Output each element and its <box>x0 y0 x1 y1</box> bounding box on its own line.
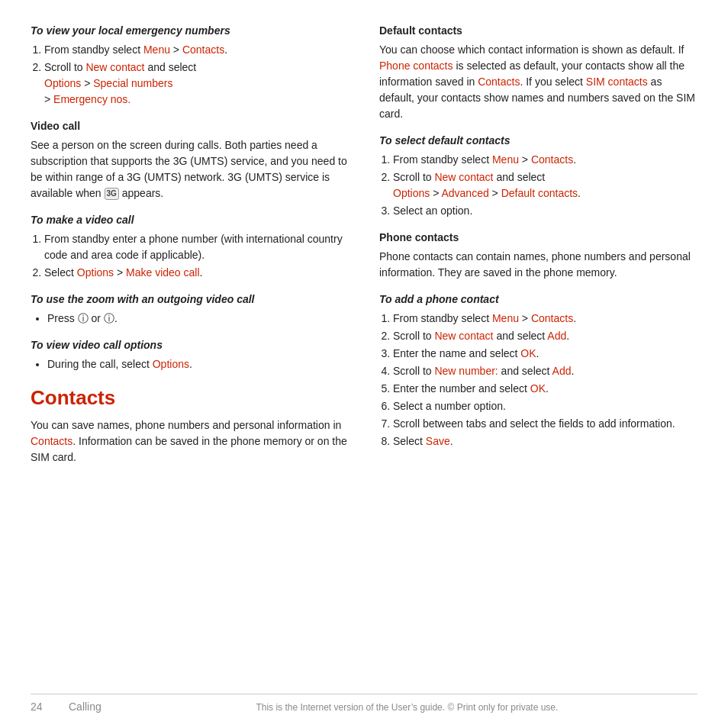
video-call-body: See a person on the screen during calls.… <box>31 137 349 201</box>
footer-section-label: Calling <box>69 701 101 713</box>
zoom-title: To use the zoom with an outgoing video c… <box>31 292 349 308</box>
make-video-call-link: Make video call <box>126 266 200 279</box>
section-emergency-numbers: To view your local emergency numbers Fro… <box>31 23 349 108</box>
footer-notice: This is the Internet version of the User… <box>117 702 697 713</box>
emergency-numbers-list: From standby select Menu > Contacts. Scr… <box>31 42 349 108</box>
zoom-list: Press ⓘ or ⓘ. <box>31 311 349 327</box>
contacts-link: Contacts <box>531 153 573 166</box>
list-item: During the call, select Options. <box>47 356 349 372</box>
content-columns: To view your local emergency numbers Fro… <box>31 23 697 678</box>
section-default-contacts: Default contacts You can choose which co… <box>379 23 697 122</box>
select-default-contacts-list: From standby select Menu > Contacts. Scr… <box>379 152 697 219</box>
contacts-link: Contacts <box>182 43 224 56</box>
list-item: Press ⓘ or ⓘ. <box>47 311 349 327</box>
list-item: Select Options > Make video call. <box>44 265 349 281</box>
section-phone-contacts: Phone contacts Phone contacts can contai… <box>379 230 697 281</box>
options-link: Options <box>393 187 430 199</box>
video-call-options-title: To view video call options <box>31 337 349 353</box>
contacts-heading: Contacts <box>31 383 349 413</box>
new-number-link: New number: <box>434 365 498 377</box>
list-item: From standby select Menu > Contacts. <box>393 311 697 327</box>
add-link: Add <box>547 330 566 342</box>
ok-link: OK <box>520 347 536 359</box>
left-column: To view your local emergency numbers Fro… <box>31 23 349 678</box>
new-contact-link: New contact <box>434 171 493 183</box>
footer: 24 Calling This is the Internet version … <box>31 694 697 713</box>
contacts-link: Contacts <box>478 76 520 88</box>
menu-link: Menu <box>143 43 170 56</box>
menu-link: Menu <box>492 312 519 324</box>
video-call-title: Video call <box>31 118 349 134</box>
default-contacts-link: Default contacts <box>501 187 578 199</box>
make-video-call-title: To make a video call <box>31 212 349 228</box>
default-contacts-body: You can choose which contact information… <box>379 42 697 122</box>
new-contact-link: New contact <box>85 61 144 73</box>
phone-contacts-title: Phone contacts <box>379 230 697 246</box>
section-zoom: To use the zoom with an outgoing video c… <box>31 292 349 327</box>
emergency-nos-link: Emergency nos. <box>53 93 130 105</box>
add-link: Add <box>552 365 572 377</box>
contacts-link: Contacts <box>531 312 573 324</box>
list-item: Scroll to New contact and select Add. <box>393 328 697 344</box>
section-add-phone-contact: To add a phone contact From standby sele… <box>379 292 697 449</box>
right-column: Default contacts You can choose which co… <box>379 23 697 678</box>
section-select-default-contacts: To select default contacts From standby … <box>379 133 697 219</box>
list-item: Scroll to New number: and select Add. <box>393 363 697 379</box>
new-contact-link: New contact <box>434 330 493 342</box>
list-item: From standby select Menu > Contacts. <box>393 152 697 168</box>
list-item: Scroll to New contact and select Options… <box>393 169 697 201</box>
options-link: Options <box>77 266 114 279</box>
list-item: Enter the name and select OK. <box>393 346 697 362</box>
contacts-body: You can save names, phone numbers and pe… <box>31 417 349 465</box>
list-item: Select an option. <box>393 203 697 219</box>
section-video-call-options: To view video call options During the ca… <box>31 337 349 372</box>
make-video-call-list: From standby enter a phone number (with … <box>31 231 349 281</box>
section-contacts: Contacts You can save names, phone numbe… <box>31 383 349 465</box>
add-phone-contact-title: To add a phone contact <box>379 292 697 308</box>
menu-link: Menu <box>492 153 519 166</box>
list-item: Select a number option. <box>393 398 697 414</box>
footer-page-number: 24 <box>31 701 53 713</box>
list-item: Scroll between tabs and select the field… <box>393 416 697 432</box>
default-contacts-title: Default contacts <box>379 23 697 39</box>
save-link: Save <box>426 435 450 447</box>
ok-link: OK <box>530 382 546 395</box>
video-call-options-list: During the call, select Options. <box>31 356 349 372</box>
options-link: Options <box>153 358 189 370</box>
select-default-contacts-title: To select default contacts <box>379 133 697 149</box>
list-item: Scroll to New contact and select Options… <box>44 60 349 108</box>
section-make-video-call: To make a video call From standby enter … <box>31 212 349 281</box>
page: To view your local emergency numbers Fro… <box>0 0 728 728</box>
3g-icon: 3G <box>105 188 119 200</box>
add-phone-contact-list: From standby select Menu > Contacts. Scr… <box>379 311 697 449</box>
special-numbers-link: Special numbers <box>93 77 172 89</box>
contacts-link: Contacts <box>31 435 72 447</box>
phone-contacts-body: Phone contacts can contain names, phone … <box>379 249 697 281</box>
options-link: Options <box>44 77 81 89</box>
section-video-call: Video call See a person on the screen du… <box>31 118 349 201</box>
list-item: Enter the number and select OK. <box>393 381 697 397</box>
sim-contacts-link: SIM contacts <box>586 76 648 88</box>
emergency-numbers-title: To view your local emergency numbers <box>31 23 349 39</box>
list-item: From standby enter a phone number (with … <box>44 231 349 263</box>
list-item: From standby select Menu > Contacts. <box>44 42 349 58</box>
list-item: Select Save. <box>393 433 697 449</box>
phone-contacts-link: Phone contacts <box>379 60 453 72</box>
advanced-link: Advanced <box>441 187 488 199</box>
